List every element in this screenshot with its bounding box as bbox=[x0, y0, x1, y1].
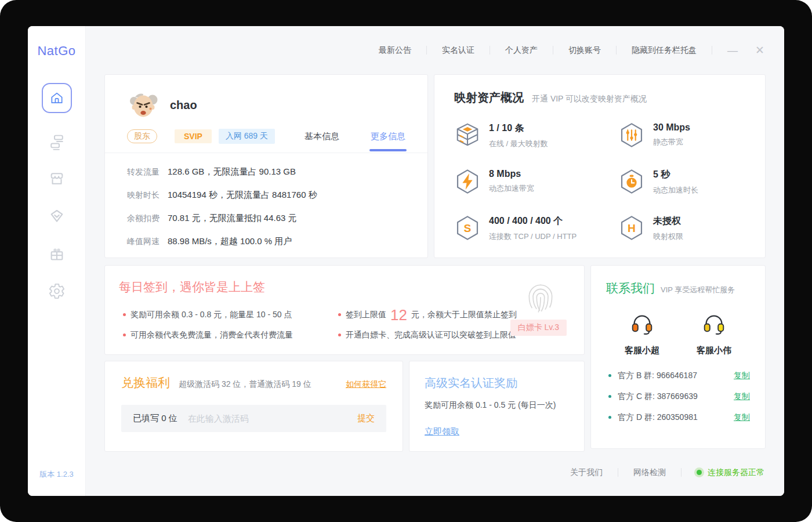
avatar[interactable] bbox=[127, 89, 160, 121]
svip-badge: SVIP bbox=[175, 129, 212, 143]
how-to-get-link[interactable]: 如何获得它 bbox=[346, 379, 386, 390]
close-icon[interactable]: ✕ bbox=[755, 45, 764, 56]
whoring-card-badge: 白嫖卡 Lv.3 bbox=[510, 320, 567, 336]
qq-group-d: 官方 D 群: 260350981 复制 bbox=[606, 412, 750, 423]
asset-mapping-count: 1 / 10 条 在线 / 最大映射数 bbox=[454, 122, 618, 149]
auth-title: 高级实名认证奖励 bbox=[425, 375, 569, 391]
contact-title: 联系我们 bbox=[606, 280, 655, 296]
dynamic-duration-icon bbox=[618, 168, 645, 195]
topbar: 最新公告 实名认证 个人资产 切换账号 隐藏到任务栏托盘 — ✕ bbox=[86, 26, 784, 74]
sidebar-item-mappings[interactable] bbox=[48, 133, 66, 150]
divider bbox=[553, 46, 553, 55]
app-window: NatGo bbox=[28, 26, 784, 496]
mapping-list-icon bbox=[48, 133, 66, 150]
assets-overview-card: 映射资产概况 开通 VIP 可以改变映射资产概况 bbox=[434, 74, 766, 258]
auth-description: 奖励可用余额 0.1 - 0.5 元 (每日一次) bbox=[425, 400, 569, 411]
sidebar-item-home[interactable] bbox=[42, 83, 72, 113]
profile-stats: 转发流量 128.6 GB，无限流量占 90.13 GB 映射时长 104541… bbox=[105, 153, 427, 260]
stat-peak-speed: 峰值网速 88.98 MB/s，超越 100.0 % 用户 bbox=[127, 236, 405, 247]
svg-text:S: S bbox=[464, 222, 472, 234]
fingerprint-icon[interactable] bbox=[523, 280, 559, 317]
mapping-count-icon bbox=[454, 122, 481, 148]
username: chao bbox=[170, 99, 197, 112]
divider bbox=[490, 46, 490, 55]
divider bbox=[616, 46, 617, 55]
connections-icon: S bbox=[454, 215, 481, 241]
divider bbox=[712, 46, 712, 55]
footer: 关于我们 网络检测 连接服务器正常 bbox=[86, 449, 784, 496]
shop-icon bbox=[48, 170, 66, 187]
sidebar: NatGo bbox=[28, 26, 86, 496]
asset-permission: H 未授权 映射权限 bbox=[618, 215, 745, 242]
activation-code-row: 已填写 0 位 提交 bbox=[121, 405, 386, 432]
static-bandwidth-icon bbox=[618, 122, 645, 148]
filled-count-label: 已填写 0 位 bbox=[133, 413, 177, 424]
tab-basic-info[interactable]: 基本信息 bbox=[304, 131, 339, 142]
agent-name: 客服小伟 bbox=[697, 345, 731, 356]
dynamic-bandwidth-icon bbox=[454, 168, 481, 195]
qq-groups: 官方 B 群: 966646187 复制 官方 C 群: 387669639 复… bbox=[606, 371, 750, 423]
divider bbox=[426, 46, 427, 55]
content: chao 股东 SVIP 入网 689 天 基本信息 更多信息 bbox=[86, 74, 784, 449]
sidebar-nav bbox=[42, 83, 72, 300]
submit-button[interactable]: 提交 bbox=[357, 413, 375, 424]
divider bbox=[618, 468, 618, 477]
server-status: 连接服务器正常 bbox=[697, 467, 764, 478]
headset-yellow-icon bbox=[700, 310, 728, 339]
stat-forward-traffic: 转发流量 128.6 GB，无限流量占 90.13 GB bbox=[127, 166, 405, 177]
signin-limit-value: 12 bbox=[390, 307, 407, 322]
divider bbox=[681, 468, 682, 477]
copy-button[interactable]: 复制 bbox=[734, 412, 750, 423]
asset-dynamic-bandwidth: 8 Mbps 动态加速带宽 bbox=[454, 168, 618, 195]
permission-icon: H bbox=[618, 215, 645, 241]
status-dot-icon bbox=[697, 470, 702, 475]
profile-card: chao 股东 SVIP 入网 689 天 基本信息 更多信息 bbox=[104, 74, 428, 258]
svg-text:H: H bbox=[628, 222, 636, 234]
app-version: 版本 1.2.3 bbox=[39, 469, 74, 480]
contact-subtitle: VIP 享受远程帮忙服务 bbox=[661, 285, 735, 295]
menu-real-name-auth[interactable]: 实名认证 bbox=[442, 45, 474, 56]
asset-connections: S 400 / 400 / 400 个 连接数 TCP / UDP / HTTP bbox=[454, 215, 618, 242]
app-logo: NatGo bbox=[37, 44, 75, 59]
sidebar-item-gift[interactable] bbox=[48, 245, 66, 263]
sidebar-item-shop[interactable] bbox=[48, 170, 66, 187]
asset-static-bandwidth: 30 Mbps 静态带宽 bbox=[618, 122, 745, 149]
assets-subtitle: 开通 VIP 可以改变映射资产概况 bbox=[532, 94, 647, 104]
profile-tabs: 基本信息 更多信息 bbox=[304, 131, 405, 142]
gear-icon bbox=[48, 282, 66, 300]
assets-grid: 1 / 10 条 在线 / 最大映射数 bbox=[454, 122, 745, 242]
contact-card: 联系我们 VIP 享受远程帮忙服务 bbox=[590, 265, 766, 449]
activation-code-input[interactable] bbox=[188, 414, 350, 423]
copy-button[interactable]: 复制 bbox=[734, 392, 750, 402]
agent-xiaochao[interactable]: 客服小超 bbox=[625, 310, 659, 356]
stat-balance-deduction: 余额扣费 70.81 元，无限流量抵扣 44.63 元 bbox=[127, 213, 405, 224]
network-check-link[interactable]: 网络检测 bbox=[633, 467, 666, 478]
redeem-card: 兑换福利 超级激活码 32 位，普通激活码 19 位 如何获得它 已填写 0 位… bbox=[104, 361, 403, 452]
copy-button[interactable]: 复制 bbox=[734, 371, 750, 381]
menu-personal-assets[interactable]: 个人资产 bbox=[505, 45, 538, 56]
agent-xiaowei[interactable]: 客服小伟 bbox=[697, 310, 731, 356]
claim-now-link[interactable]: 立即领取 bbox=[425, 426, 459, 437]
agents: 客服小超 客服小伟 bbox=[606, 310, 750, 356]
daily-signin-card: 每日签到，遇你皆是上上签 奖励可用余额 0.3 - 0.8 元，能量星 10 -… bbox=[104, 265, 585, 355]
tab-more-info[interactable]: 更多信息 bbox=[371, 131, 405, 142]
status-text: 连接服务器正常 bbox=[708, 467, 764, 478]
menu-switch-account[interactable]: 切换账号 bbox=[568, 45, 601, 56]
role-badge: 股东 bbox=[127, 129, 157, 143]
asset-dynamic-duration: 5 秒 动态加速时长 bbox=[618, 168, 745, 195]
sidebar-item-settings[interactable] bbox=[48, 282, 66, 300]
profile-header: chao 股东 SVIP 入网 689 天 基本信息 更多信息 bbox=[105, 75, 427, 153]
about-us-link[interactable]: 关于我们 bbox=[570, 467, 603, 478]
signin-bullets: 奖励可用余额 0.3 - 0.8 元，能量星 10 - 50 点 签到上限值 1… bbox=[119, 307, 570, 340]
minimize-icon[interactable]: — bbox=[727, 45, 738, 56]
sidebar-item-vip[interactable] bbox=[48, 207, 66, 226]
network-days-badge: 入网 689 天 bbox=[219, 129, 275, 144]
signin-bullet: 可用余额代表免费流量，消费金代表付费流量 bbox=[119, 330, 334, 340]
headset-orange-icon bbox=[628, 310, 656, 339]
menu-hide-to-tray[interactable]: 隐藏到任务栏托盘 bbox=[632, 45, 697, 56]
gift-icon bbox=[48, 245, 66, 263]
menu-latest-announcements[interactable]: 最新公告 bbox=[379, 45, 411, 56]
diamond-icon bbox=[48, 207, 66, 226]
redeem-title: 兑换福利 bbox=[121, 375, 170, 391]
agent-name: 客服小超 bbox=[625, 345, 659, 356]
